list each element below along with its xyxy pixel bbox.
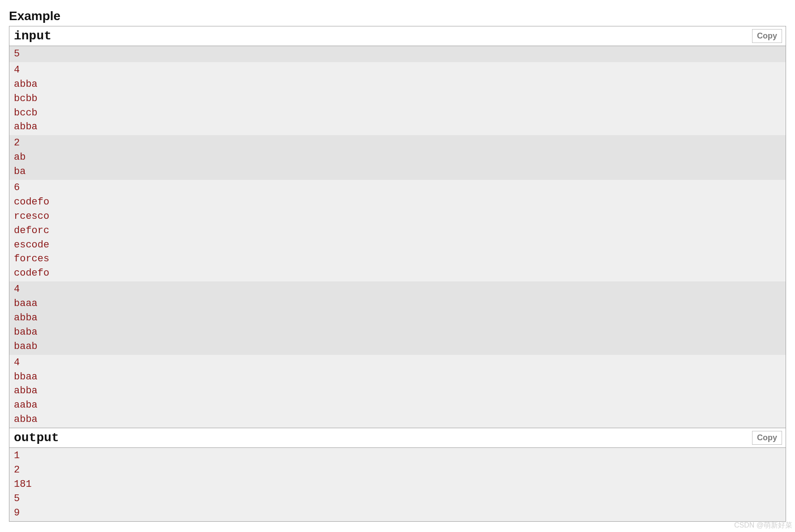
watermark: CSDN @萌新好菜 bbox=[734, 521, 792, 530]
code-group: 6codeforcescodeforcescodeforcescodefo bbox=[9, 180, 786, 281]
input-body: 54abbabcbbbccbabba2abba6codeforcescodefo… bbox=[9, 46, 786, 428]
output-body: 1218159 bbox=[9, 448, 786, 521]
code-line: codefo bbox=[14, 266, 782, 281]
input-title: input bbox=[14, 29, 51, 43]
code-line: abba bbox=[14, 413, 782, 427]
code-group: 1218159 bbox=[9, 448, 786, 521]
code-line: 5 bbox=[14, 47, 782, 61]
code-line: 4 bbox=[14, 282, 782, 297]
code-group: 2abba bbox=[9, 135, 786, 180]
output-box: outputCopy1218159 bbox=[9, 428, 786, 521]
code-line: aaba bbox=[14, 398, 782, 413]
code-line: 4 bbox=[14, 63, 782, 77]
code-line: abba bbox=[14, 77, 782, 92]
code-line: abba bbox=[14, 384, 782, 398]
code-line: 2 bbox=[14, 136, 782, 150]
code-group: 4bbaaabbaaabaabba bbox=[9, 355, 786, 428]
code-line: ba bbox=[14, 165, 782, 179]
code-line: 181 bbox=[14, 477, 782, 492]
code-line: abba bbox=[14, 120, 782, 134]
input-box: inputCopy54abbabcbbbccbabba2abba6codefor… bbox=[9, 26, 786, 428]
code-line: escode bbox=[14, 238, 782, 252]
code-line: forces bbox=[14, 252, 782, 266]
copy-button[interactable]: Copy bbox=[752, 431, 782, 445]
code-line: 1 bbox=[14, 449, 782, 463]
output-header: outputCopy bbox=[9, 428, 786, 448]
code-line: baab bbox=[14, 340, 782, 354]
code-line: baba bbox=[14, 325, 782, 340]
code-line: abba bbox=[14, 311, 782, 325]
code-line: 5 bbox=[14, 492, 782, 506]
code-line: bcbb bbox=[14, 92, 782, 106]
code-line: 2 bbox=[14, 463, 782, 477]
output-title: output bbox=[14, 431, 59, 445]
code-group: 4baaaabbabababaab bbox=[9, 281, 786, 354]
code-line: bbaa bbox=[14, 370, 782, 384]
code-line: rcesco bbox=[14, 209, 782, 224]
code-line: ab bbox=[14, 150, 782, 165]
example-heading: Example bbox=[9, 9, 786, 23]
code-line: codefo bbox=[14, 195, 782, 209]
input-header: inputCopy bbox=[9, 26, 786, 46]
code-group: 4abbabcbbbccbabba bbox=[9, 62, 786, 135]
code-line: baaa bbox=[14, 297, 782, 311]
code-line: deforc bbox=[14, 224, 782, 238]
code-line: 6 bbox=[14, 181, 782, 195]
code-line: bccb bbox=[14, 106, 782, 120]
code-line: 4 bbox=[14, 356, 782, 370]
copy-button[interactable]: Copy bbox=[752, 29, 782, 43]
code-group: 5 bbox=[9, 46, 786, 62]
code-line: 9 bbox=[14, 506, 782, 520]
